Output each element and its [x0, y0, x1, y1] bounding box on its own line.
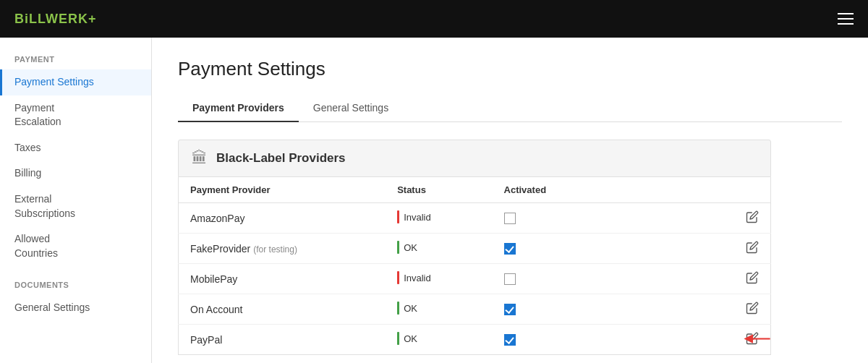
- activated-checkbox[interactable]: [504, 243, 516, 255]
- col-header-status: Status: [386, 177, 492, 203]
- status-bar: [397, 210, 399, 223]
- edit-button[interactable]: [746, 210, 759, 223]
- top-nav: BiLLWERK+: [0, 0, 868, 38]
- activated-checkbox[interactable]: [504, 213, 516, 224]
- status-badge: OK: [397, 241, 417, 254]
- tab-general-settings[interactable]: General Settings: [299, 95, 403, 122]
- providers-table: Payment Provider Status Activated Amazon…: [178, 177, 771, 355]
- status-badge: OK: [397, 302, 417, 315]
- table-row: On Account OK: [179, 294, 771, 325]
- edit-button[interactable]: [746, 241, 759, 254]
- status-text: OK: [404, 333, 417, 344]
- logo-plus: +: [88, 12, 97, 26]
- provider-name-cell: AmazonPay: [179, 203, 386, 234]
- sidebar-payment-section: PAYMENT: [0, 55, 151, 69]
- table-header-row: Payment Provider Status Activated: [179, 177, 771, 203]
- sidebar-item-billing[interactable]: Billing: [0, 161, 151, 187]
- provider-status-cell: OK: [386, 325, 492, 355]
- provider-name-cell: PayPal: [179, 325, 386, 355]
- bank-icon: 🏛: [192, 149, 208, 168]
- provider-actions-cell: [581, 234, 770, 264]
- col-header-provider: Payment Provider: [179, 177, 386, 203]
- provider-status-cell: Invalid: [386, 203, 492, 234]
- provider-status-cell: Invalid: [386, 264, 492, 294]
- activated-checkbox[interactable]: [504, 273, 516, 285]
- provider-activated-cell[interactable]: [493, 203, 582, 234]
- provider-status-cell: OK: [386, 294, 492, 325]
- provider-actions-cell: [581, 264, 770, 294]
- sidebar-item-external-subscriptions[interactable]: ExternalSubscriptions: [0, 187, 151, 226]
- edit-icon-svg: [746, 271, 759, 284]
- activated-checkbox[interactable]: [504, 334, 516, 346]
- edit-icon-svg: [746, 210, 759, 223]
- section-header: 🏛 Black-Label Providers: [178, 140, 771, 177]
- provider-activated-cell[interactable]: [493, 294, 582, 325]
- sidebar-item-allowed-countries[interactable]: AllowedCountries: [0, 226, 151, 266]
- tabs: Payment Providers General Settings: [178, 95, 842, 122]
- provider-activated-cell[interactable]: [493, 325, 582, 355]
- tab-payment-providers[interactable]: Payment Providers: [178, 95, 299, 122]
- status-text: Invalid: [404, 273, 431, 283]
- col-header-actions: [581, 177, 770, 203]
- status-badge: OK: [397, 332, 417, 345]
- provider-actions-cell: [581, 294, 770, 325]
- provider-name-cell: MobilePay: [179, 264, 386, 294]
- logo: BiLLWERK+: [14, 12, 97, 27]
- provider-activated-cell[interactable]: [493, 234, 582, 264]
- table-row: AmazonPay Invalid: [179, 203, 771, 234]
- activated-checkbox[interactable]: [504, 304, 516, 315]
- table-row: MobilePay Invalid: [179, 264, 771, 294]
- edit-button[interactable]: [746, 302, 759, 315]
- provider-name: On Account: [190, 304, 242, 315]
- edit-button[interactable]: [746, 271, 759, 284]
- provider-actions-cell: [581, 325, 770, 355]
- provider-name-cell: On Account: [179, 294, 386, 325]
- sidebar-item-taxes[interactable]: Taxes: [0, 135, 151, 161]
- logo-text: BiLLWERK: [14, 12, 88, 26]
- status-bar: [397, 302, 399, 315]
- table-row: FakeProvider(for testing) OK: [179, 234, 771, 264]
- provider-name-cell: FakeProvider(for testing): [179, 234, 386, 264]
- provider-name: PayPal: [190, 334, 222, 346]
- status-badge: Invalid: [397, 271, 431, 284]
- status-bar: [397, 332, 399, 345]
- provider-name: FakeProvider: [190, 243, 250, 255]
- provider-sub: (for testing): [253, 244, 297, 255]
- provider-actions-cell: [581, 203, 770, 234]
- provider-activated-cell[interactable]: [493, 264, 582, 294]
- status-text: OK: [404, 242, 417, 253]
- sidebar: PAYMENT Payment Settings PaymentEscalati…: [0, 38, 152, 363]
- hamburger-menu[interactable]: [838, 13, 854, 25]
- main-content: Payment Settings Payment Providers Gener…: [152, 38, 868, 363]
- layout: PAYMENT Payment Settings PaymentEscalati…: [0, 38, 868, 363]
- arrow-svg: [740, 328, 776, 349]
- status-badge: Invalid: [397, 210, 431, 223]
- sidebar-item-general-settings[interactable]: General Settings: [0, 295, 151, 321]
- provider-name: MobilePay: [190, 273, 237, 285]
- status-bar: [397, 271, 399, 284]
- sidebar-item-payment-escalation[interactable]: PaymentEscalation: [0, 95, 151, 135]
- edit-icon-svg: [746, 302, 759, 315]
- sidebar-item-payment-settings[interactable]: Payment Settings: [0, 69, 151, 95]
- provider-name: AmazonPay: [190, 213, 244, 224]
- status-bar: [397, 241, 399, 254]
- status-text: OK: [404, 303, 417, 314]
- status-text: Invalid: [404, 212, 431, 223]
- provider-status-cell: OK: [386, 234, 492, 264]
- edit-icon-svg: [746, 241, 759, 254]
- sidebar-documents-section: DOCUMENTS: [0, 281, 151, 295]
- col-header-activated: Activated: [493, 177, 582, 203]
- red-arrow-annotation: [740, 328, 776, 351]
- section-title: Black-Label Providers: [216, 151, 346, 166]
- providers-section: 🏛 Black-Label Providers Payment Provider…: [178, 140, 771, 355]
- table-row: PayPal OK: [179, 325, 771, 355]
- page-title: Payment Settings: [178, 58, 842, 80]
